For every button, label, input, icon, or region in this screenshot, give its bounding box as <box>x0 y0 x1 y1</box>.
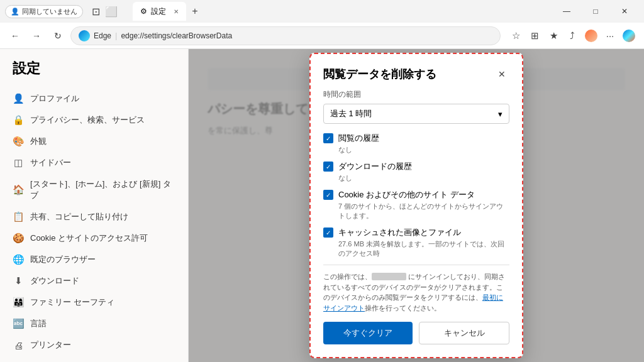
sidebar-item-cookies[interactable]: 🍪 Cookie とサイトのアクセス許可 <box>0 228 188 249</box>
printer-icon: 🖨 <box>13 340 24 351</box>
sidebar-label-sidebar: サイドバー <box>30 157 71 168</box>
share-icon[interactable]: ⤴ <box>564 27 581 45</box>
sidebar-label-cookies: Cookie とサイトのアクセス許可 <box>30 233 148 244</box>
split-icon[interactable]: ⬜ <box>105 6 118 18</box>
time-range-value: 過去 1 時間 <box>330 108 372 119</box>
sidebar-label-profile: プロファイル <box>30 93 79 104</box>
clear-now-button[interactable]: 今すぐクリア <box>323 322 413 344</box>
settings-more-icon[interactable]: ··· <box>601 27 619 45</box>
profile-avatar <box>585 30 597 42</box>
checkbox-browsing-history: ✓ 閲覧の履歴 なし <box>323 133 509 155</box>
browser-icon: 🌐 <box>13 254 24 265</box>
sidebar-panel-icon: ◫ <box>13 157 24 168</box>
checkmark-icon: ✓ <box>326 192 331 199</box>
clear-data-dialog: 閲覧データを削除する ✕ 時間の範囲 過去 1 時間 ▾ ✓ <box>309 53 523 358</box>
sidebar-item-system[interactable]: 💻 システムとパフォーマンス <box>0 356 188 362</box>
sidebar-item-sidebar[interactable]: ◫ サイドバー <box>0 152 188 173</box>
modal-notice: この操作では、 にサインインしており、同期されているすべてのデバイスのデータがク… <box>323 272 509 313</box>
address-bar-row: ← → ↻ Edge | edge://settings/clearBrowse… <box>0 23 644 49</box>
checkbox-cache-label: キャッシュされた画像とファイル <box>338 227 509 238</box>
sidebar: 設定 👤 プロファイル 🔒 プライバシー、検索、サービス 🎨 外観 ◫ サイドバ… <box>0 49 189 362</box>
checkbox-browsing-history-input[interactable]: ✓ <box>323 133 333 143</box>
checkbox-download-history-input[interactable]: ✓ <box>323 162 333 172</box>
sidebar-item-printer[interactable]: 🖨 プリンター <box>0 334 188 356</box>
content-area: パシーを尊重しています。 を常に保護し、尊 閲覧データを削除する ✕ 時間の範囲… <box>189 49 644 362</box>
collections-icon[interactable]: ⊡ <box>92 6 100 18</box>
sidebar-label-default-browser: 既定のブラウザー <box>30 254 96 265</box>
sidebar-item-share[interactable]: 📋 共有、コピーして貼り付け <box>0 206 188 228</box>
sync-button[interactable]: 👤 同期していません <box>5 5 83 18</box>
sidebar-item-appearance[interactable]: 🎨 外観 <box>0 131 188 152</box>
checkbox-download-history-label: ダウンロードの履歴 <box>338 161 412 172</box>
sidebar-item-downloads[interactable]: ⬇ ダウンロード <box>0 270 188 292</box>
modal-close-button[interactable]: ✕ <box>494 67 509 82</box>
address-box[interactable]: Edge | edge://settings/clearBrowserData <box>70 26 501 45</box>
checkbox-cookies-label: Cookie およびその他のサイト データ <box>338 189 509 200</box>
checkbox-browsing-history-sublabel: なし <box>338 145 379 155</box>
modal-header: 閲覧データを削除する ✕ <box>311 54 522 89</box>
tab-bar: ⚙ 設定 ✕ + <box>120 0 550 23</box>
sync-label: 同期していません <box>22 7 77 16</box>
sidebar-item-default-browser[interactable]: 🌐 既定のブラウザー <box>0 249 188 270</box>
time-range-select[interactable]: 過去 1 時間 ▾ <box>323 104 509 124</box>
sidebar-label-appearance: 外観 <box>30 136 47 147</box>
sidebar-label-start: [スタート]、[ホーム]、および [新規] タブ <box>30 178 175 201</box>
time-range-label: 時間の範囲 <box>323 89 509 100</box>
cancel-button[interactable]: キャンセル <box>419 322 509 344</box>
back-button[interactable]: ← <box>6 27 24 45</box>
modal-title: 閲覧データを削除する <box>323 67 436 82</box>
sync-icon: 👤 <box>11 8 19 16</box>
titlebar: 👤 同期していません ⊡ ⬜ ⚙ 設定 ✕ + — □ ✕ <box>0 0 644 23</box>
modal-actions: 今すぐクリア キャンセル <box>323 322 509 344</box>
new-tab-button[interactable]: + <box>186 3 204 20</box>
modal-divider <box>323 265 509 265</box>
download-icon: ⬇ <box>13 275 24 287</box>
checkmark-icon: ✓ <box>326 229 331 236</box>
close-button[interactable]: ✕ <box>610 0 639 23</box>
edge-circle-icon[interactable] <box>620 27 638 45</box>
forward-button[interactable]: → <box>28 27 45 45</box>
chevron-down-icon: ▾ <box>498 109 502 119</box>
collections-toolbar-icon[interactable]: ⊞ <box>526 27 543 45</box>
checkbox-cookies: ✓ Cookie およびその他のサイト データ 7 個のサイトから、ほとんどのサ… <box>323 189 509 221</box>
checkbox-download-history: ✓ ダウンロードの履歴 なし <box>323 161 509 183</box>
edge-logo-icon <box>79 30 90 41</box>
edge-label: Edge <box>94 31 111 40</box>
window-controls: — □ ✕ <box>552 0 639 23</box>
sidebar-item-start[interactable]: 🏠 [スタート]、[ホーム]、および [新規] タブ <box>0 173 188 206</box>
sidebar-label-printer: プリンター <box>30 339 71 351</box>
modal-overlay: 閲覧データを削除する ✕ 時間の範囲 過去 1 時間 ▾ ✓ <box>189 49 644 362</box>
sidebar-title: 設定 <box>0 59 188 88</box>
sidebar-item-family[interactable]: 👨‍👩‍👧 ファミリー セーフティ <box>0 292 188 313</box>
profile-sidebar-icon: 👤 <box>13 93 24 104</box>
lock-icon: 🔒 <box>13 114 24 126</box>
minimize-button[interactable]: — <box>552 0 581 23</box>
tab-settings-icon: ⚙ <box>140 7 147 16</box>
redacted-text <box>372 273 406 280</box>
checkbox-download-history-sublabel: なし <box>338 173 412 183</box>
sidebar-item-language[interactable]: 🔤 言語 <box>0 313 188 334</box>
checkbox-cookies-input[interactable]: ✓ <box>323 190 333 200</box>
checkbox-cache: ✓ キャッシュされた画像とファイル 27.6 MB 未満を解放します。一部のサイ… <box>323 227 509 258</box>
signout-link[interactable]: 最初にサインアウト <box>323 293 503 312</box>
sidebar-item-profile[interactable]: 👤 プロファイル <box>0 88 188 109</box>
maximize-button[interactable]: □ <box>581 0 610 23</box>
favorites-icon[interactable]: ☆ <box>507 27 525 45</box>
starred-icon[interactable]: ★ <box>545 27 562 45</box>
profile-icon[interactable] <box>582 27 600 45</box>
active-tab[interactable]: ⚙ 設定 ✕ <box>133 2 186 21</box>
home-icon: 🏠 <box>13 184 24 195</box>
sidebar-item-privacy[interactable]: 🔒 プライバシー、検索、サービス <box>0 109 188 131</box>
modal-body: 時間の範囲 過去 1 時間 ▾ ✓ 閲覧の履歴 なし <box>311 89 522 357</box>
language-icon: 🔤 <box>13 318 24 329</box>
tab-active-label: 設定 <box>151 6 166 17</box>
addr-separator: | <box>115 31 117 40</box>
checkbox-cache-input[interactable]: ✓ <box>323 228 333 238</box>
sidebar-label-privacy: プライバシー、検索、サービス <box>30 114 145 126</box>
sidebar-label-share: 共有、コピーして貼り付け <box>30 211 128 222</box>
main-layout: 設定 👤 プロファイル 🔒 プライバシー、検索、サービス 🎨 外観 ◫ サイドバ… <box>0 49 644 362</box>
refresh-button[interactable]: ↻ <box>49 27 67 45</box>
sidebar-label-downloads: ダウンロード <box>30 275 79 287</box>
appearance-icon: 🎨 <box>13 136 24 147</box>
tab-close-button[interactable]: ✕ <box>174 8 179 15</box>
